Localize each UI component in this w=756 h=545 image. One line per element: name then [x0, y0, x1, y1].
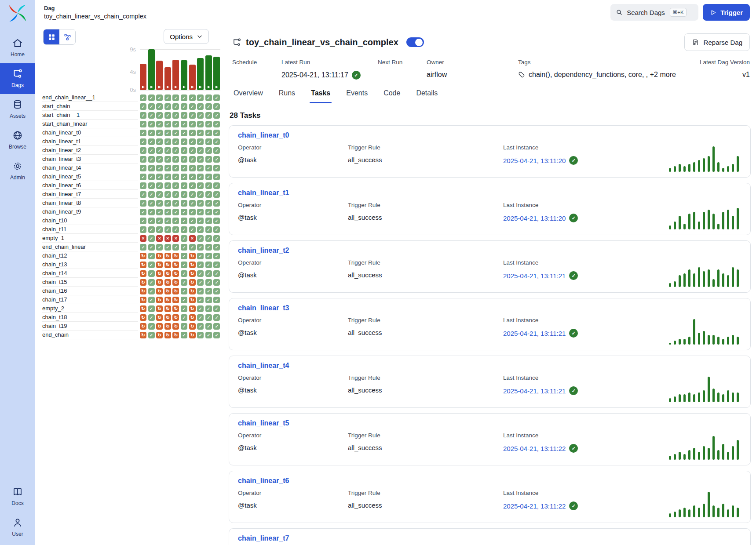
task-instance-success-icon[interactable]: ✓ — [205, 305, 212, 312]
task-instance-success-icon[interactable]: ✓ — [197, 156, 204, 163]
task-instance-success-icon[interactable]: ✓ — [172, 226, 179, 233]
grid-task-name[interactable]: chain_linear_t7 — [42, 190, 138, 199]
task-instance-success-icon[interactable]: ✓ — [197, 130, 204, 136]
task-instance-upstream-failed-icon[interactable]: ↻ — [189, 305, 196, 312]
task-instance-upstream-failed-icon[interactable]: ↻ — [164, 305, 171, 312]
task-instance-success-icon[interactable]: ✓ — [205, 156, 212, 163]
task-instance-success-icon[interactable]: ✓ — [140, 182, 146, 189]
task-instance-success-icon[interactable]: ✓ — [172, 130, 179, 136]
task-instance-success-icon[interactable]: ✓ — [181, 279, 187, 286]
task-instance-success-icon[interactable]: ✓ — [164, 174, 171, 180]
task-instance-upstream-failed-icon[interactable]: ↻ — [172, 279, 179, 286]
task-instance-upstream-failed-icon[interactable]: ↻ — [164, 288, 171, 294]
dag-run-bar[interactable] — [164, 67, 171, 90]
sparkline-bar[interactable] — [737, 440, 739, 460]
task-instance-success-icon[interactable]: ✓ — [189, 130, 196, 136]
sidebar-item-user[interactable]: User — [0, 512, 35, 545]
task-instance-failed-icon[interactable]: × — [140, 235, 146, 242]
search-dags-input[interactable]: Search Dags ⌘+K — [610, 4, 698, 21]
sparkline-bar[interactable] — [712, 505, 715, 517]
task-name-link[interactable]: chain_linear_t2 — [238, 247, 289, 254]
dag-run-bar[interactable] — [205, 55, 212, 90]
sparkline-bar[interactable] — [679, 216, 681, 230]
task-instance-success-icon[interactable]: ✓ — [181, 314, 187, 321]
sparkline-bar[interactable] — [737, 208, 739, 230]
task-instance-success-icon[interactable]: ✓ — [181, 253, 187, 259]
task-instance-success-icon[interactable]: ✓ — [213, 147, 220, 154]
sparkline-bar[interactable] — [698, 452, 700, 460]
sparkline-bar[interactable] — [698, 333, 700, 345]
task-instance-success-icon[interactable]: ✓ — [181, 323, 187, 330]
task-instance-success-icon[interactable]: ✓ — [205, 235, 212, 242]
task-instance-failed-icon[interactable]: × — [164, 235, 171, 242]
last-instance-link[interactable]: 2025-04-21, 13:11:22 — [503, 502, 566, 510]
task-instance-upstream-failed-icon[interactable]: ↻ — [164, 279, 171, 286]
task-instance-success-icon[interactable]: ✓ — [181, 94, 187, 101]
grid-task-name[interactable]: chain_t16 — [42, 287, 138, 295]
task-instance-success-icon[interactable]: ✓ — [213, 226, 220, 233]
task-instance-success-icon[interactable]: ✓ — [172, 218, 179, 224]
task-instance-success-icon[interactable]: ✓ — [213, 103, 220, 110]
task-instance-success-icon[interactable]: ✓ — [156, 174, 163, 180]
sparkline-bar[interactable] — [674, 222, 676, 229]
task-instance-success-icon[interactable]: ✓ — [172, 191, 179, 198]
sparkline-bar[interactable] — [698, 508, 700, 518]
grid-task-name[interactable]: chain_linear_t5 — [42, 172, 138, 181]
task-instance-success-icon[interactable]: ✓ — [164, 121, 171, 127]
task-instance-success-icon[interactable]: ✓ — [189, 226, 196, 233]
task-instance-success-icon[interactable]: ✓ — [181, 147, 187, 154]
task-instance-success-icon[interactable]: ✓ — [189, 200, 196, 207]
task-instance-success-icon[interactable]: ✓ — [172, 156, 179, 163]
sparkline-bar[interactable] — [688, 214, 690, 229]
task-instance-upstream-failed-icon[interactable]: ↻ — [140, 314, 146, 321]
task-instance-success-icon[interactable]: ✓ — [140, 156, 146, 163]
sparkline-bar[interactable] — [712, 214, 715, 229]
sparkline-bar[interactable] — [669, 456, 671, 460]
sparkline-bar[interactable] — [683, 454, 686, 460]
task-instance-success-icon[interactable]: ✓ — [205, 191, 212, 198]
sparkline-bar[interactable] — [669, 225, 671, 229]
dag-run-bar[interactable] — [140, 64, 146, 90]
task-instance-success-icon[interactable]: ✓ — [205, 182, 212, 189]
task-instance-success-icon[interactable]: ✓ — [205, 244, 212, 251]
task-instance-success-icon[interactable]: ✓ — [181, 270, 187, 277]
task-instance-success-icon[interactable]: ✓ — [148, 121, 155, 127]
task-instance-success-icon[interactable]: ✓ — [148, 200, 155, 207]
task-instance-success-icon[interactable]: ✓ — [213, 218, 220, 224]
task-instance-success-icon[interactable]: ✓ — [205, 209, 212, 215]
task-instance-success-icon[interactable]: ✓ — [156, 226, 163, 233]
sparkline-bar[interactable] — [703, 446, 705, 460]
grid-task-name[interactable]: end_chain — [42, 331, 138, 339]
task-instance-success-icon[interactable]: ✓ — [213, 244, 220, 251]
task-instance-success-icon[interactable]: ✓ — [164, 165, 171, 171]
sparkline-bar[interactable] — [683, 394, 686, 402]
task-instance-success-icon[interactable]: ✓ — [197, 262, 204, 268]
grid-view-button[interactable] — [44, 29, 59, 44]
task-instance-success-icon[interactable]: ✓ — [213, 279, 220, 286]
graph-view-button[interactable] — [59, 29, 75, 44]
sparkline-bar[interactable] — [717, 450, 719, 460]
task-instance-success-icon[interactable]: ✓ — [148, 314, 155, 321]
task-instance-success-icon[interactable]: ✓ — [213, 174, 220, 180]
task-instance-success-icon[interactable]: ✓ — [205, 138, 212, 145]
task-instance-success-icon[interactable]: ✓ — [189, 244, 196, 251]
task-instance-success-icon[interactable]: ✓ — [181, 138, 187, 145]
tab-runs[interactable]: Runs — [278, 89, 296, 103]
sparkline-bar[interactable] — [703, 271, 705, 287]
task-instance-success-icon[interactable]: ✓ — [156, 209, 163, 215]
task-instance-success-icon[interactable]: ✓ — [172, 147, 179, 154]
task-instance-success-icon[interactable]: ✓ — [189, 103, 196, 110]
task-instance-success-icon[interactable]: ✓ — [213, 191, 220, 198]
task-instance-success-icon[interactable]: ✓ — [205, 288, 212, 294]
task-instance-success-icon[interactable]: ✓ — [197, 121, 204, 127]
sparkline-bar[interactable] — [708, 269, 710, 287]
task-name-link[interactable]: chain_linear_t3 — [238, 304, 289, 312]
task-instance-success-icon[interactable]: ✓ — [197, 200, 204, 207]
task-instance-success-icon[interactable]: ✓ — [205, 332, 212, 338]
task-instance-upstream-failed-icon[interactable]: ↻ — [172, 323, 179, 330]
task-instance-success-icon[interactable]: ✓ — [197, 235, 204, 242]
task-instance-success-icon[interactable]: ✓ — [197, 323, 204, 330]
task-instance-success-icon[interactable]: ✓ — [148, 138, 155, 145]
task-instance-success-icon[interactable]: ✓ — [189, 174, 196, 180]
task-instance-upstream-failed-icon[interactable]: ↻ — [140, 288, 146, 294]
